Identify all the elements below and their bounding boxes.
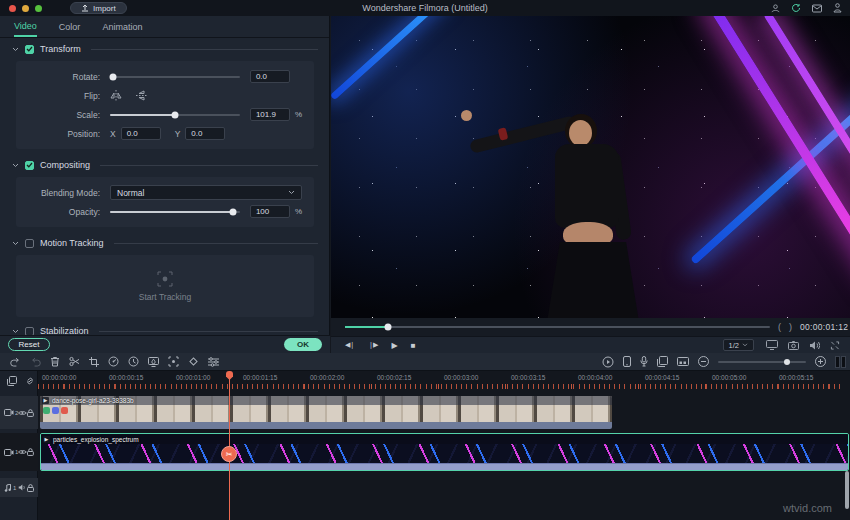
duration-clock-icon[interactable]: [128, 356, 139, 367]
position-label: Position:: [28, 129, 100, 139]
timeline-zoom-slider[interactable]: [718, 361, 806, 363]
speaker-icon[interactable]: [809, 341, 820, 350]
user-icon[interactable]: [833, 3, 842, 13]
track-header-audio1[interactable]: 1: [0, 478, 38, 497]
transform-checkbox[interactable]: [25, 45, 34, 54]
speed-icon[interactable]: [108, 356, 119, 367]
transform-section-header[interactable]: Transform: [0, 39, 330, 59]
adjust-sliders-icon[interactable]: [208, 357, 219, 367]
render-preview-icon[interactable]: [602, 356, 614, 368]
fullscreen-icon[interactable]: [830, 341, 840, 350]
manage-tracks-icon[interactable]: [7, 376, 17, 386]
ruler-label: 00:00:02:15: [377, 374, 411, 381]
split-scissors-icon[interactable]: [69, 356, 80, 367]
undo-icon[interactable]: [10, 357, 21, 367]
close-window-button[interactable]: [9, 5, 16, 12]
dancer-wristband: [498, 127, 509, 141]
keyframe-icon[interactable]: [188, 356, 199, 367]
ruler-label: 00:00:00:00: [42, 374, 76, 381]
title-bar: Import Wondershare Filmora (Untitled): [0, 0, 850, 16]
redo-icon[interactable]: [30, 357, 41, 367]
zoom-out-icon[interactable]: [698, 356, 709, 367]
stabilization-checkbox[interactable]: [25, 327, 34, 336]
scale-value-input[interactable]: 101.9: [250, 108, 290, 121]
clip-play-icon: ▶: [43, 436, 50, 443]
clip-name-bar: ▶ dance-pose-girl-a23-38383b: [40, 396, 612, 405]
opacity-value-input[interactable]: 100: [250, 205, 290, 218]
snapshot-camera-icon[interactable]: [788, 341, 799, 350]
split-at-playhead-button[interactable]: ✂: [221, 446, 237, 462]
mark-in-button[interactable]: (: [778, 322, 781, 332]
phone-preview-icon[interactable]: [623, 356, 631, 367]
effect-badge-green: [43, 407, 50, 414]
position-x-input[interactable]: 0.0: [121, 127, 161, 140]
compositing-section-header[interactable]: Compositing: [0, 155, 330, 175]
panel-footer: Reset OK: [0, 335, 330, 353]
lock-icon[interactable]: [27, 448, 34, 456]
blending-mode-select[interactable]: Normal: [110, 185, 302, 200]
track-header-video1[interactable]: 1: [0, 433, 38, 471]
motion-tracking-section-header[interactable]: Motion Tracking: [0, 233, 330, 253]
compositing-title: Compositing: [40, 160, 90, 170]
track-controls-column: 2 1 1: [0, 371, 38, 520]
clip-effect-badges: [43, 407, 68, 414]
minimize-window-button[interactable]: [22, 5, 29, 12]
sync-icon[interactable]: [791, 3, 801, 13]
seek-bar[interactable]: [345, 326, 770, 328]
speaker-icon[interactable]: [18, 484, 26, 491]
zoom-in-icon[interactable]: [815, 356, 826, 367]
flip-vertical-icon[interactable]: [136, 90, 148, 101]
playback-quality-select[interactable]: 1/2: [723, 339, 754, 351]
timeline-ruler[interactable]: 00:00:00:00 00:00:00:15 00:00:01:00 00:0…: [38, 371, 850, 391]
timeline[interactable]: 2 1 1 00:00:00:00 00:00:00:15 00:00:01:0…: [0, 371, 850, 520]
play-button[interactable]: ▶: [392, 341, 397, 350]
import-button[interactable]: Import: [70, 2, 127, 14]
zoom-window-button[interactable]: [35, 5, 42, 12]
chroma-key-icon[interactable]: [148, 357, 159, 367]
display-device-icon[interactable]: [766, 340, 778, 350]
step-back-button[interactable]: ◀❘: [345, 341, 354, 349]
reset-button[interactable]: Reset: [8, 338, 50, 351]
scale-slider[interactable]: [110, 114, 240, 116]
rotate-slider[interactable]: [110, 76, 240, 78]
clip-play-icon: ▶: [42, 397, 49, 404]
marker-icon[interactable]: [677, 357, 689, 366]
opacity-label: Opacity:: [28, 207, 100, 217]
rotate-value-input[interactable]: 0.0: [250, 70, 290, 83]
ruler-label: 00:00:01:15: [243, 374, 277, 381]
eye-icon[interactable]: [18, 410, 27, 416]
mark-out-button[interactable]: ): [789, 322, 792, 332]
tab-color[interactable]: Color: [59, 17, 81, 36]
crop-icon[interactable]: [89, 357, 99, 367]
voiceover-mic-icon[interactable]: [640, 356, 648, 367]
stabilization-section-header[interactable]: Stabilization: [0, 321, 330, 335]
motion-tracking-checkbox[interactable]: [25, 239, 34, 248]
video-clip-track1-selected[interactable]: ▶ particles_explosion_spectrum: [40, 433, 849, 471]
stop-button[interactable]: ■: [411, 341, 415, 350]
motion-tracking-icon[interactable]: [168, 356, 179, 367]
video-clip-track2[interactable]: ▶ dance-pose-girl-a23-38383b: [40, 396, 612, 429]
opacity-slider[interactable]: [110, 211, 240, 213]
link-icon[interactable]: [25, 376, 35, 386]
start-tracking-button[interactable]: Start Tracking: [16, 255, 314, 317]
step-forward-button[interactable]: ❘▶: [368, 341, 377, 349]
inbox-icon[interactable]: [812, 4, 822, 13]
compositing-checkbox[interactable]: [25, 161, 34, 170]
preview-player[interactable]: [331, 16, 850, 318]
rotate-row: Rotate: 0.0 %: [28, 67, 302, 86]
fit-to-timeline-icon[interactable]: [835, 356, 846, 368]
tab-video[interactable]: Video: [14, 16, 37, 37]
ok-button[interactable]: OK: [284, 338, 322, 351]
tab-animation[interactable]: Animation: [102, 17, 142, 36]
track-header-video2[interactable]: 2: [0, 396, 38, 429]
account-icon[interactable]: [771, 4, 780, 13]
snapshot-layers-icon[interactable]: [657, 356, 668, 367]
clip-name: particles_explosion_spectrum: [53, 436, 139, 443]
timeline-scrollbar[interactable]: [845, 471, 849, 509]
flip-horizontal-icon[interactable]: [110, 90, 122, 101]
lock-icon[interactable]: [27, 484, 34, 492]
position-y-input[interactable]: 0.0: [185, 127, 225, 140]
lock-icon[interactable]: [27, 409, 34, 417]
delete-icon[interactable]: [50, 356, 60, 367]
eye-icon[interactable]: [18, 449, 27, 455]
